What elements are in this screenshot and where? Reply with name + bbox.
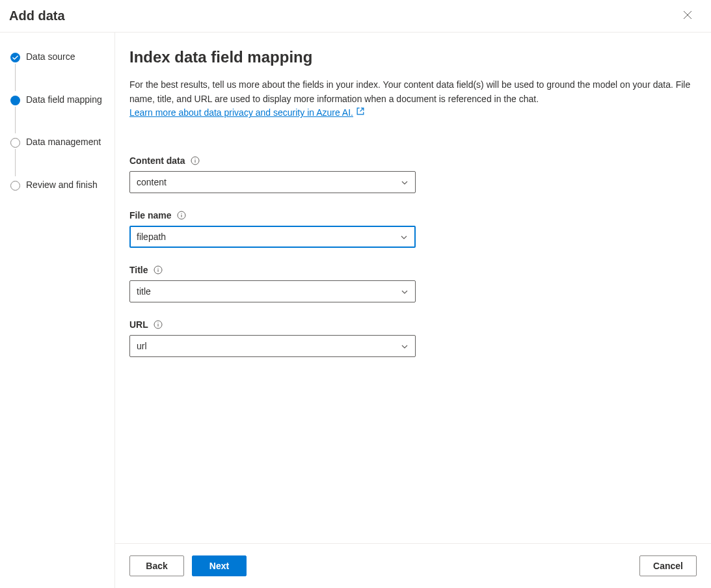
- chevron-down-icon: [401, 178, 409, 186]
- field-content-data: Content data content: [129, 155, 416, 193]
- select-value: title: [137, 286, 151, 297]
- select-value: content: [137, 177, 167, 187]
- svg-point-6: [181, 213, 181, 214]
- field-mapping-form: Content data content F: [129, 155, 697, 357]
- info-icon[interactable]: [154, 265, 163, 274]
- field-title: Title title: [129, 265, 416, 302]
- wizard-sidebar: Data source Data field mapping Data mana…: [0, 33, 115, 588]
- step-data-field-mapping[interactable]: Data field mapping: [10, 94, 104, 137]
- info-icon[interactable]: [177, 211, 186, 220]
- back-button[interactable]: Back: [129, 555, 184, 576]
- current-step-dot-icon: [10, 96, 20, 105]
- field-label: URL: [129, 319, 148, 330]
- upcoming-step-dot-icon: [10, 181, 20, 191]
- next-button[interactable]: Next: [192, 555, 247, 576]
- step-label: Data source: [26, 51, 75, 62]
- description-text: For the best results, tell us more about…: [129, 79, 690, 104]
- svg-point-3: [195, 159, 195, 159]
- select-value: filepath: [137, 232, 166, 242]
- close-button[interactable]: [677, 6, 698, 27]
- learn-more-link[interactable]: Learn more about data privacy and securi…: [129, 106, 365, 120]
- chevron-down-icon: [400, 233, 408, 241]
- dialog-header: Add data: [0, 0, 711, 33]
- check-circle-icon: [10, 53, 20, 62]
- page-title: Index data field mapping: [129, 48, 697, 66]
- chevron-down-icon: [401, 287, 409, 295]
- url-select[interactable]: url: [129, 335, 416, 357]
- dialog-title: Add data: [9, 8, 65, 23]
- field-label: Title: [129, 265, 148, 275]
- file-name-select[interactable]: filepath: [129, 226, 416, 248]
- main-content: Index data field mapping For the best re…: [115, 33, 711, 543]
- step-label: Data management: [26, 137, 101, 147]
- link-text: Learn more about data privacy and securi…: [129, 106, 353, 120]
- field-label: Content data: [129, 155, 185, 166]
- svg-point-9: [157, 268, 158, 269]
- step-data-source[interactable]: Data source: [10, 51, 104, 94]
- svg-point-12: [157, 323, 158, 323]
- info-icon[interactable]: [191, 156, 200, 165]
- chevron-down-icon: [401, 342, 409, 350]
- dialog-footer: Back Next Cancel: [115, 543, 711, 588]
- info-icon[interactable]: [154, 320, 163, 329]
- field-file-name: File name filepath: [129, 210, 416, 248]
- select-value: url: [137, 341, 147, 351]
- step-data-management[interactable]: Data management: [10, 136, 104, 179]
- step-label: Review and finish: [26, 180, 98, 190]
- field-url: URL url: [129, 319, 416, 357]
- external-link-icon: [356, 106, 365, 120]
- field-label: File name: [129, 210, 172, 220]
- title-select[interactable]: title: [129, 280, 416, 302]
- upcoming-step-dot-icon: [10, 138, 20, 148]
- page-description: For the best results, tell us more about…: [129, 78, 697, 120]
- step-review-and-finish[interactable]: Review and finish: [10, 179, 104, 192]
- close-icon: [683, 10, 692, 21]
- cancel-button[interactable]: Cancel: [639, 555, 697, 576]
- content-data-select[interactable]: content: [129, 171, 416, 193]
- step-label: Data field mapping: [26, 94, 102, 105]
